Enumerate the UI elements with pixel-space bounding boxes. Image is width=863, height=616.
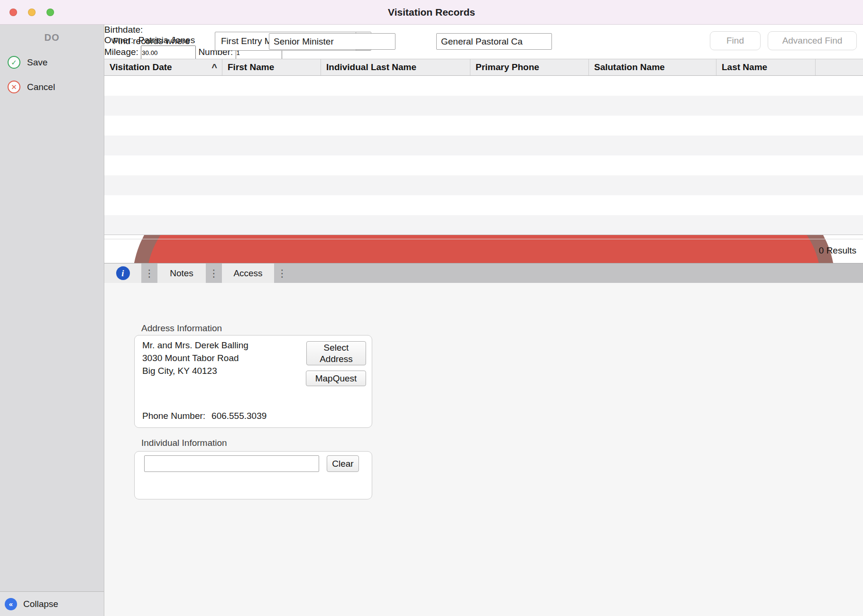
- staff-dropdown[interactable]: Senior Minister: [269, 33, 395, 50]
- find-button[interactable]: Find: [710, 31, 761, 50]
- visitation-records-window: Visitation Records DO ✓ Save ✕ Cancel « …: [0, 0, 863, 616]
- sidebar: DO ✓ Save ✕ Cancel « Collapse: [0, 25, 104, 616]
- results-list-empty: [104, 76, 863, 235]
- collapse-label: Collapse: [23, 599, 58, 609]
- select-address-button[interactable]: Select Address: [306, 341, 366, 365]
- cancel-button[interactable]: ✕ Cancel: [8, 81, 55, 93]
- tab-info[interactable]: i: [104, 263, 141, 283]
- column-header-first-name[interactable]: First Name: [222, 59, 321, 75]
- address-lines: Mr. and Mrs. Derek Balling 3030 Mount Ta…: [142, 339, 248, 377]
- phone-line: Phone Number: 606.555.3039: [142, 411, 266, 421]
- advanced-find-button[interactable]: Advanced Find: [768, 31, 857, 50]
- save-label: Save: [27, 57, 47, 68]
- cancel-label: Cancel: [27, 82, 55, 92]
- individual-dropdown[interactable]: [144, 455, 319, 472]
- main-content: Find records where First Entry Made Find…: [104, 25, 863, 616]
- column-header-empty: [816, 59, 863, 75]
- tab-options-dots-icon[interactable]: ⋮: [206, 263, 222, 283]
- save-button[interactable]: ✓ Save: [8, 56, 47, 69]
- zoom-window-icon[interactable]: [46, 9, 54, 16]
- find-records-where-label: Find records where: [113, 36, 190, 46]
- results-table-header: Visitation Date ^ First Name Individual …: [104, 59, 863, 76]
- individual-information-label: Individual Information: [141, 438, 227, 448]
- phone-number-label: Phone Number:: [142, 411, 205, 421]
- tab-bar: i ⋮ Notes ⋮ Access ⋮: [104, 263, 863, 283]
- collapse-chevrons-icon: «: [5, 598, 17, 610]
- column-header-visitation-date[interactable]: Visitation Date ^: [104, 59, 222, 75]
- tab-access[interactable]: Access: [222, 263, 274, 283]
- clear-button[interactable]: Clear: [327, 455, 359, 472]
- close-window-icon[interactable]: [9, 9, 17, 16]
- address-line-2: 3030 Mount Tabor Road: [142, 352, 248, 364]
- results-count: 0 Results: [819, 245, 856, 256]
- staff-dropdown-value: Senior Minister: [269, 36, 395, 47]
- tab-options-dots-icon[interactable]: ⋮: [274, 263, 290, 283]
- window-controls: [9, 0, 54, 25]
- mileage-input[interactable]: [141, 45, 196, 60]
- info-icon: i: [116, 266, 130, 280]
- mileage-label: Mileage:: [104, 47, 138, 57]
- tab-options-dots-icon[interactable]: ⋮: [141, 263, 157, 283]
- address-information-label: Address Information: [141, 323, 222, 334]
- cancel-x-icon: ✕: [8, 81, 20, 93]
- window-title: Visitation Records: [388, 7, 475, 18]
- column-header-individual-last-name[interactable]: Individual Last Name: [321, 59, 470, 75]
- mapquest-button[interactable]: MapQuest: [306, 371, 366, 386]
- type-dropdown[interactable]: General Pastoral Ca: [436, 33, 552, 50]
- type-dropdown-value: General Pastoral Ca: [437, 36, 551, 47]
- tab-notes[interactable]: Notes: [157, 263, 206, 283]
- sort-ascending-icon[interactable]: ^: [211, 65, 217, 70]
- collapse-button[interactable]: « Collapse: [0, 591, 104, 616]
- address-line-1: Mr. and Mrs. Derek Balling: [142, 339, 248, 352]
- minimize-window-icon[interactable]: [28, 9, 36, 16]
- save-check-icon: ✓: [8, 56, 20, 69]
- column-header-primary-phone[interactable]: Primary Phone: [470, 59, 589, 75]
- list-divider: [104, 239, 863, 239]
- column-header-last-name[interactable]: Last Name: [716, 59, 816, 75]
- title-bar: Visitation Records: [0, 0, 863, 25]
- sidebar-header: DO: [0, 32, 104, 43]
- address-line-3: Big City, KY 40123: [142, 364, 248, 377]
- phone-number-value: 606.555.3039: [211, 411, 266, 421]
- column-header-salutation-name[interactable]: Salutation Name: [589, 59, 716, 75]
